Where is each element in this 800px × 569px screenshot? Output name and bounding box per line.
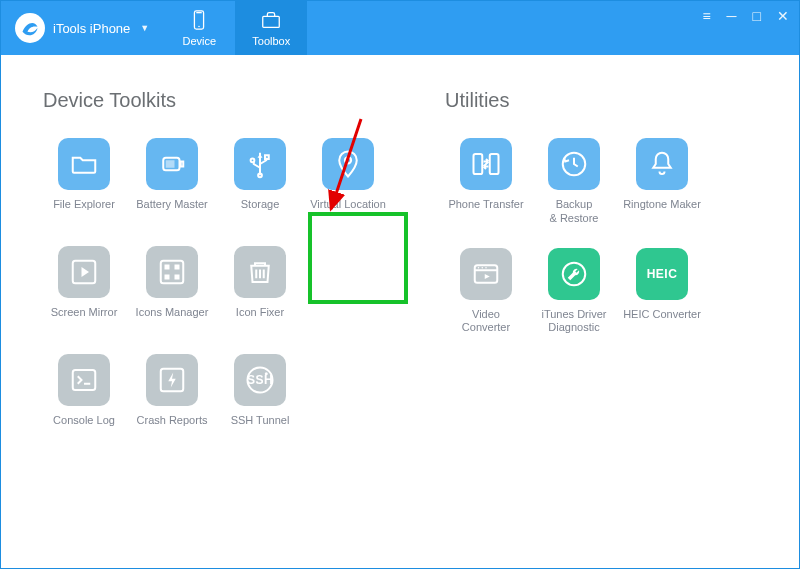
device-item-crash-reports[interactable]: Crash Reports <box>131 354 213 440</box>
toolbox-icon <box>260 9 282 31</box>
utility-item-heic-converter[interactable]: HEICHEIC Converter <box>621 248 703 336</box>
svg-rect-3 <box>263 16 280 27</box>
item-label: iTunes Driver Diagnostic <box>542 308 607 336</box>
trash-icon <box>234 246 286 298</box>
tab-device-label: Device <box>182 35 216 47</box>
item-label: Battery Master <box>136 198 208 224</box>
item-label: File Explorer <box>53 198 115 224</box>
device-item-storage[interactable]: Storage <box>219 138 301 224</box>
svg-point-2 <box>199 26 200 27</box>
device-item-battery-master[interactable]: Battery Master <box>131 138 213 224</box>
maximize-icon[interactable]: □ <box>753 9 761 23</box>
item-label: Backup & Restore <box>550 198 599 226</box>
content-area: Device Toolkits File ExplorerBattery Mas… <box>1 55 799 568</box>
device-item-ssh-tunnel[interactable]: SSHSSH Tunnel <box>219 354 301 440</box>
device-item-screen-mirror[interactable]: Screen Mirror <box>43 246 125 332</box>
spacer <box>307 354 389 440</box>
item-label: Video Converter <box>462 308 510 336</box>
header-tabs: Device Toolbox <box>163 1 307 55</box>
spacer <box>307 246 389 332</box>
item-label: HEIC Converter <box>623 308 701 334</box>
battery-icon <box>146 138 198 190</box>
titlebar: iTools iPhone ▼ Device Toolbox ≡ ─ □ ✕ <box>1 1 799 55</box>
video-icon <box>460 248 512 300</box>
wrench-icon <box>548 248 600 300</box>
ssh-icon: SSH <box>234 354 286 406</box>
item-label: Console Log <box>53 414 115 440</box>
tab-toolbox[interactable]: Toolbox <box>235 1 307 55</box>
item-label: Ringtone Maker <box>623 198 701 224</box>
phone-icon <box>188 9 210 31</box>
device-item-console-log[interactable]: Console Log <box>43 354 125 440</box>
item-label: SSH Tunnel <box>231 414 290 440</box>
bell-icon <box>636 138 688 190</box>
tab-device[interactable]: Device <box>163 1 235 55</box>
item-label: Virtual Location <box>310 198 386 224</box>
device-item-icon-fixer[interactable]: Icon Fixer <box>219 246 301 332</box>
pin-icon <box>322 138 374 190</box>
utility-item-phone-transfer[interactable]: Phone Transfer <box>445 138 527 226</box>
utility-item-backup-restore[interactable]: Backup & Restore <box>533 138 615 226</box>
device-item-file-explorer[interactable]: File Explorer <box>43 138 125 224</box>
console-icon <box>58 354 110 406</box>
item-label: Icons Manager <box>136 306 209 332</box>
gridicons-icon <box>146 246 198 298</box>
device-toolkits-heading: Device Toolkits <box>43 89 389 112</box>
chevron-down-icon: ▼ <box>140 23 149 33</box>
play-icon <box>58 246 110 298</box>
utility-item-itunes-driver-diagnostic[interactable]: iTunes Driver Diagnostic <box>533 248 615 336</box>
bolt-icon <box>146 354 198 406</box>
transfer-icon <box>460 138 512 190</box>
item-label: Screen Mirror <box>51 306 118 332</box>
tab-toolbox-label: Toolbox <box>252 35 290 47</box>
folder-icon <box>58 138 110 190</box>
heic-icon: HEIC <box>636 248 688 300</box>
utility-item-ringtone-maker[interactable]: Ringtone Maker <box>621 138 703 226</box>
brand-menu[interactable]: iTools iPhone ▼ <box>1 1 163 55</box>
usb-icon <box>234 138 286 190</box>
item-label: Storage <box>241 198 280 224</box>
device-item-icons-manager[interactable]: Icons Manager <box>131 246 213 332</box>
utilities-section: Utilities Phone TransferBackup & Restore… <box>445 89 703 440</box>
item-label: Phone Transfer <box>448 198 523 224</box>
item-label: Icon Fixer <box>236 306 284 332</box>
close-icon[interactable]: ✕ <box>777 9 789 23</box>
menu-icon[interactable]: ≡ <box>702 9 710 23</box>
minimize-icon[interactable]: ─ <box>727 9 737 23</box>
item-label: Crash Reports <box>137 414 208 440</box>
brand-name: iTools iPhone <box>53 21 130 36</box>
device-item-virtual-location[interactable]: Virtual Location <box>307 138 389 224</box>
utilities-heading: Utilities <box>445 89 703 112</box>
restore-icon <box>548 138 600 190</box>
device-toolkits-section: Device Toolkits File ExplorerBattery Mas… <box>43 89 389 440</box>
utility-item-video-converter[interactable]: Video Converter <box>445 248 527 336</box>
brand-logo-icon <box>15 13 45 43</box>
